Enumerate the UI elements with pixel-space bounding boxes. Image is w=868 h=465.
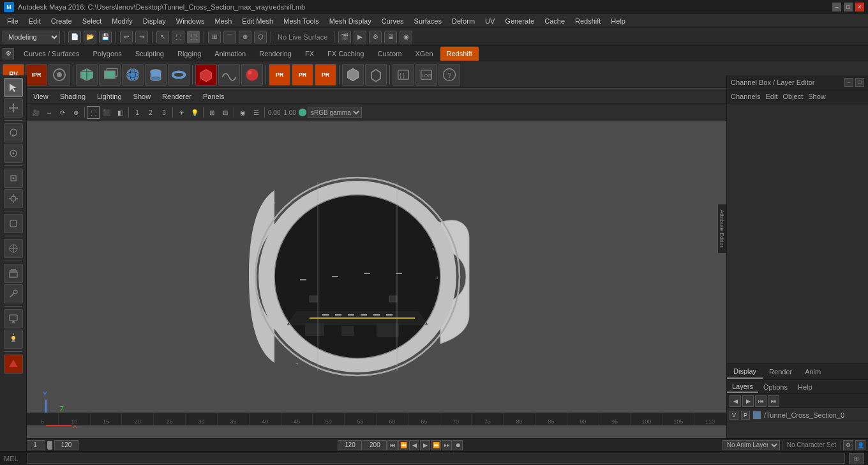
tab-rendering[interactable]: Rendering (253, 47, 298, 61)
anim-prefs-button[interactable]: ⚙ (843, 440, 853, 450)
render-view[interactable]: 🖥 (384, 31, 397, 43)
play-forward-button[interactable]: ▶ (420, 440, 430, 450)
menu-create[interactable]: Create (47, 16, 77, 26)
layer-last-btn[interactable]: ⏭ (768, 395, 779, 407)
range-slider[interactable] (47, 441, 52, 450)
tab-curves-surfaces[interactable]: Curves / Surfaces (17, 47, 86, 61)
menu-windows[interactable]: Windows (172, 16, 209, 26)
mode-dropdown[interactable]: Modeling (3, 31, 60, 43)
vp-cam-orbit[interactable]: ⟳ (56, 106, 69, 119)
shelf-script-button[interactable]: { } (393, 64, 414, 86)
tab-redshift[interactable]: Redshift (440, 47, 479, 61)
char-prefs-button[interactable]: 👤 (855, 440, 865, 450)
vp-wireframe[interactable]: ⬚ (87, 106, 100, 119)
snap-point[interactable]: ⊕ (239, 31, 251, 43)
channels-menu-channels[interactable]: Channels (731, 93, 760, 100)
shelf-log-button[interactable]: LOG (415, 64, 437, 86)
vp-light-all[interactable]: 💡 (188, 106, 201, 119)
menu-mesh-tools[interactable]: Mesh Tools (279, 16, 323, 26)
shelf-ipr-button[interactable]: IPR (26, 64, 47, 86)
panel-maximize-btn[interactable]: □ (855, 78, 864, 87)
hypershade[interactable]: ◉ (400, 31, 412, 43)
new-scene-button[interactable]: 📄 (68, 31, 81, 43)
ipr-render-button[interactable]: ▶ (354, 31, 366, 43)
record-button[interactable]: ⏺ (453, 440, 463, 450)
vp-sel-comp[interactable]: ⊟ (219, 106, 232, 119)
select-tool-button[interactable] (4, 78, 23, 97)
create-light-button[interactable] (4, 330, 23, 349)
range-start-input[interactable] (25, 440, 45, 450)
vp-res-2[interactable]: 2 (144, 106, 157, 119)
paint-tool[interactable]: ⬚ (187, 31, 200, 43)
menu-mesh-display[interactable]: Mesh Display (325, 16, 376, 26)
menu-curves[interactable]: Curves (377, 16, 408, 26)
vp-camera-btn[interactable]: 🎥 (29, 106, 42, 119)
shelf-pr2-button[interactable]: PR (292, 64, 313, 86)
bookmark-camera-button[interactable] (4, 309, 23, 328)
menu-redshift[interactable]: Redshift (571, 16, 605, 26)
viewport-menu-renderer[interactable]: Renderer (158, 91, 195, 102)
viewport-menu-show[interactable]: Show (130, 91, 155, 102)
render-button[interactable]: 🎬 (338, 31, 351, 43)
redshift-icon-button[interactable] (4, 354, 23, 374)
go-start-button[interactable]: ⏮ (387, 440, 398, 450)
shelf-red-cube[interactable] (195, 64, 217, 86)
color-mode-dot[interactable] (298, 108, 307, 117)
vp-cam-zoom[interactable]: ⊕ (70, 106, 82, 119)
menu-uv[interactable]: UV (481, 16, 499, 26)
viewport-menu-view[interactable]: View (29, 91, 52, 102)
layer-pickable-btn[interactable]: P (741, 411, 750, 420)
channels-menu-object[interactable]: Object (782, 93, 803, 100)
tab-animation[interactable]: Animation (208, 47, 252, 61)
layer-subtab-options[interactable]: Options (758, 382, 793, 392)
panel-minimize-btn[interactable]: – (844, 78, 853, 87)
lasso-tool[interactable]: ⬚ (172, 31, 184, 43)
snap-curve[interactable]: ⌒ (223, 31, 236, 43)
command-input[interactable] (27, 454, 845, 464)
playback-end-input[interactable] (363, 440, 387, 450)
universal-manip-button[interactable] (4, 189, 23, 208)
vp-res-3[interactable]: 3 (158, 106, 170, 119)
menu-help[interactable]: Help (606, 16, 630, 26)
open-scene-button[interactable]: 📂 (84, 31, 96, 43)
snap-surface[interactable]: ⬡ (254, 31, 267, 43)
tab-custom[interactable]: Custom (371, 47, 408, 61)
play-back-button[interactable]: ◀ (409, 440, 419, 450)
menu-generate[interactable]: Generate (500, 16, 539, 26)
rotate-tool-button[interactable] (4, 144, 23, 163)
layer-row[interactable]: V P /Tunnel_Cross_Section_0 (727, 408, 868, 422)
vp-cam-pan[interactable]: ↔ (43, 106, 56, 119)
layer-prev-btn[interactable]: ◀ (730, 395, 741, 407)
tab-fx-caching[interactable]: FX Caching (321, 47, 370, 61)
shelf-wave-button[interactable] (218, 64, 240, 86)
next-frame-button[interactable]: ⏩ (431, 440, 441, 450)
tab-fx[interactable]: FX (299, 47, 320, 61)
minimize-button[interactable]: – (832, 3, 841, 11)
attribute-editor-tab[interactable]: Attribute Editor (717, 204, 726, 253)
vp-smooth[interactable]: ⬛ (100, 106, 113, 119)
tab-polygons[interactable]: Polygons (86, 47, 128, 61)
menu-surfaces[interactable]: Surfaces (410, 16, 446, 26)
channels-menu-show[interactable]: Show (808, 93, 826, 100)
layer-first-btn[interactable]: ⏮ (755, 395, 767, 407)
anim-layer-select[interactable]: No Anim Layer (722, 440, 780, 450)
select-tool[interactable]: ↖ (156, 31, 169, 43)
render-settings[interactable]: ⚙ (369, 31, 382, 43)
tab-xgen[interactable]: XGen (408, 47, 439, 61)
menu-file[interactable]: File (3, 16, 23, 26)
tab-rigging[interactable]: Rigging (171, 47, 207, 61)
layer-visibility-btn[interactable]: V (730, 411, 738, 420)
tab-settings-button[interactable]: ⚙ (3, 48, 14, 59)
shelf-cube2-button[interactable] (99, 64, 121, 86)
lasso-tool-button[interactable] (4, 123, 23, 142)
shelf-pr3-button[interactable]: PR (315, 64, 336, 86)
undo-button[interactable]: ↩ (120, 31, 133, 43)
go-end-button[interactable]: ⏭ (442, 440, 452, 450)
menu-modify[interactable]: Modify (107, 16, 137, 26)
scale-tool-button[interactable] (4, 169, 23, 188)
layer-next-btn[interactable]: ▶ (742, 395, 754, 407)
save-scene-button[interactable]: 💾 (99, 31, 112, 43)
snap-grid[interactable]: ⊞ (208, 31, 221, 43)
paint-select-button[interactable] (4, 284, 23, 303)
menu-edit[interactable]: Edit (24, 16, 45, 26)
